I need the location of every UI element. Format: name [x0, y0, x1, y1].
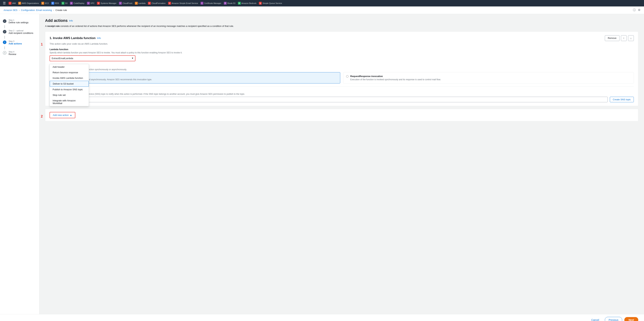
add-new-action-button[interactable]: Add new action ▲ — [50, 112, 75, 118]
nav-cert[interactable]: C Certificate Manager — [200, 2, 222, 5]
add-action-chevron-icon: ▲ — [70, 114, 72, 116]
nav-codedeploy-label: CodeDeploy — [74, 2, 84, 4]
nav-iam[interactable]: I IAM — [8, 2, 17, 5]
nav-rds-label: RDS — [55, 2, 59, 4]
aws-org-icon: O — [18, 2, 21, 5]
step-1-label: Define rule settings — [8, 21, 28, 24]
step-connector-3 — [4, 46, 5, 49]
settings-icon[interactable]: ⚙ — [638, 8, 640, 12]
step-connector-1 — [4, 25, 5, 28]
invocation-desc: Specify whether to invoke the Lambda fun… — [50, 68, 634, 71]
nav-rds[interactable]: R RDS — [50, 2, 60, 5]
lambda-icon: λ — [135, 2, 138, 5]
cards-container: 1 1. Invoke AWS Lambda function Info Rem… — [45, 32, 638, 121]
step-2-content: Step 2 – optional Add recipient conditio… — [8, 30, 33, 34]
nav-cloudfront[interactable]: C CloudFront — [118, 2, 133, 5]
card-actions: Remove ↑ ↓ — [605, 35, 634, 41]
dropdown-publish-sns[interactable]: Publish to Amazon SNS topic — [50, 87, 89, 92]
main-layout: ✓ Step 1 Define rule settings ✓ Step 2 –… — [0, 14, 644, 314]
nav-bedrock[interactable]: B Amazon Bedrock — [237, 2, 258, 5]
nav-route53[interactable]: R Route 53 — [223, 2, 236, 5]
step-1-content: Step 1 Define rule settings — [8, 19, 28, 24]
nav-lambda[interactable]: λ Lambda — [134, 2, 147, 5]
nav-codedeploy[interactable]: D CodeDeploy — [69, 2, 86, 5]
page-description: A receipt rule consists of an ordered li… — [45, 24, 638, 28]
create-sns-topic-button[interactable]: Create SNS topic — [610, 97, 634, 102]
sidebar-step-3: 3 Step 3 Add actions — [0, 39, 39, 46]
step-2-label: Add recipient conditions — [8, 32, 33, 34]
cloudfront-icon: C — [119, 2, 122, 5]
cancel-button[interactable]: Cancel — [588, 317, 603, 321]
nav-ec2[interactable]: E EC2 — [40, 2, 50, 5]
step-2-circle: ✓ — [3, 30, 6, 34]
sns-input[interactable] — [50, 97, 608, 102]
breadcrumb-config-link[interactable]: Configuration: Email receiving — [21, 9, 52, 12]
breadcrumb-current: Create rule — [56, 9, 67, 12]
nav-ec2-label: EC2 — [45, 2, 49, 4]
sns-section: SNS topic – optional Specify an Amazon S… — [50, 86, 634, 102]
action-info-link[interactable]: Info — [97, 37, 101, 39]
nav-aws-org[interactable]: O AWS Organizations — [17, 2, 40, 5]
sns-desc: Specify an Amazon Simple Notification Se… — [50, 93, 634, 95]
nav-aws-org-label: AWS Organizations — [22, 2, 39, 4]
invocation-event-option[interactable]: Event invocation Execution of the functi… — [50, 72, 340, 83]
invocation-rr-content: RequestResponse invocation Execution of … — [350, 75, 441, 81]
invocation-rr-option[interactable]: RequestResponse invocation Execution of … — [343, 72, 634, 83]
step-4-label: Review — [8, 53, 16, 56]
breadcrumb-sep-1: › — [19, 9, 20, 12]
top-nav: ☰ I IAM O AWS Organizations E EC2 R RDS … — [0, 0, 644, 7]
vpc-icon: V — [87, 2, 90, 5]
step-1-circle: ✓ — [3, 19, 6, 23]
remove-button[interactable]: Remove — [605, 35, 620, 41]
lambda-section: Lambda function Specify which lambda fun… — [50, 48, 634, 61]
nav-sm-label: Systems Manager — [100, 2, 116, 4]
page-info-link[interactable]: Info — [69, 19, 73, 22]
nav-ses[interactable]: S Amazon Simple Email Service — [167, 2, 199, 5]
page-title: Add actions — [45, 18, 68, 23]
content-area: Add actions Info A receipt rule consists… — [39, 14, 644, 314]
info-circle-icon[interactable]: ⓘ — [633, 8, 636, 12]
move-up-button[interactable]: ↑ — [621, 35, 627, 41]
nav-vpc[interactable]: V VPC — [86, 2, 96, 5]
invocation-section: Invocation type Specify whether to invok… — [50, 65, 634, 83]
cloudformation-icon: C — [148, 2, 151, 5]
nav-sqs[interactable]: Q Simple Queue Service — [258, 2, 283, 5]
cert-icon: C — [200, 2, 204, 5]
move-down-button[interactable]: ↓ — [628, 35, 634, 41]
invocation-label: Invocation type — [50, 65, 634, 68]
nav-sqs-label: Simple Queue Service — [262, 2, 282, 4]
step-connector-2 — [4, 36, 5, 39]
previous-button[interactable]: Previous — [605, 317, 622, 321]
nav-cloudformation[interactable]: C CloudFormation — [147, 2, 166, 5]
sidebar-step-1: ✓ Step 1 Define rule settings — [0, 18, 39, 25]
nav-s3-label: S3 — [65, 2, 68, 4]
add-action-card: Add new action ▲ — [45, 109, 638, 121]
dropdown-deliver-s3[interactable]: Deliver to S3 bucket — [50, 81, 89, 87]
nav-iam-label: IAM — [12, 2, 16, 4]
codedeploy-icon: D — [70, 2, 73, 5]
next-button[interactable]: Next — [624, 317, 638, 321]
bedrock-icon: B — [238, 2, 241, 5]
nav-sm[interactable]: S Systems Manager — [96, 2, 118, 5]
ses-icon: S — [168, 2, 171, 5]
breadcrumb-ses-link[interactable]: Amazon SES — [4, 9, 17, 12]
action-card: 1. Invoke AWS Lambda function Info Remov… — [45, 32, 638, 106]
sns-row: Create SNS topic — [50, 97, 634, 102]
invocation-options: Event invocation Execution of the functi… — [50, 72, 634, 83]
nav-s3[interactable]: S S3 — [60, 2, 68, 5]
action-bar: Cancel Previous Next — [0, 314, 644, 321]
hamburger-menu[interactable]: ☰ — [2, 1, 7, 6]
dropdown-invoke-lambda[interactable]: Invoke AWS Lambda function — [50, 75, 89, 81]
dropdown-add-header[interactable]: Add header — [50, 64, 89, 70]
lambda-select-container: ExtractEmailLambda ▼ Add header Return b… — [50, 55, 136, 61]
breadcrumb-sep-2: › — [53, 9, 54, 12]
action-card-header: 1. Invoke AWS Lambda function Info Remov… — [50, 35, 634, 41]
dropdown-return-bounce[interactable]: Return bounce response — [50, 70, 89, 75]
number-label-1: 1 — [41, 42, 43, 46]
dropdown-stop-ruleset[interactable]: Stop rule set — [50, 92, 89, 98]
lambda-select[interactable]: ExtractEmailLambda — [50, 55, 136, 61]
dropdown-workmail[interactable]: Integrate with Amazon WorkMail — [50, 98, 89, 106]
step-2-num: Step 2 – optional — [8, 30, 33, 32]
step-4-num: Step 4 — [8, 51, 16, 53]
invocation-rr-radio[interactable] — [346, 75, 348, 78]
